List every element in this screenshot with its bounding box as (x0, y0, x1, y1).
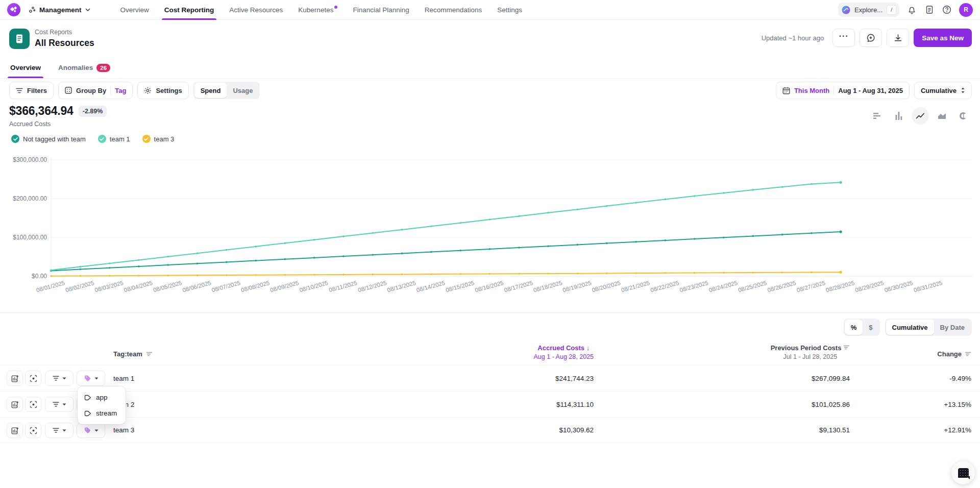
line-chart-button[interactable] (912, 107, 929, 125)
data-point (752, 235, 754, 237)
data-point (547, 246, 549, 248)
nav-item-recommendations[interactable]: Recommendations (417, 0, 490, 20)
help-button[interactable] (942, 5, 951, 15)
row-filter-dropdown[interactable] (45, 397, 74, 412)
row-tag-dropdown[interactable] (77, 423, 105, 438)
column-sublabel: Aug 1 - Aug 28, 2025 (534, 353, 594, 360)
cumulative-toggle-option[interactable]: Cumulative (886, 320, 934, 335)
legend-item-team1[interactable]: team 1 (98, 135, 130, 143)
column-header-change[interactable]: Change (937, 350, 971, 358)
y-axis-tick-label: $0.00 (32, 273, 47, 280)
data-point (694, 272, 696, 274)
nav-item-cost-reporting[interactable]: Cost Reporting (157, 0, 222, 20)
donut-chart-button[interactable] (954, 107, 972, 125)
data-point (635, 241, 637, 243)
bar-horizontal-chart-button[interactable] (869, 107, 886, 125)
topnav-right-cluster: Explore... / R (838, 3, 973, 17)
filters-button[interactable]: Filters (9, 82, 54, 99)
spend-toggle-option[interactable]: Spend (194, 83, 227, 98)
filter-icon (16, 88, 23, 93)
column-label: Previous Period Costs (771, 344, 850, 352)
cost-delta-badge: -2.89% (79, 106, 107, 117)
percent-toggle-option[interactable]: % (845, 320, 863, 335)
nav-item-kubernetes[interactable]: Kubernetes (290, 0, 345, 20)
chart-add-icon (11, 375, 19, 382)
report-tabs: Overview Anomalies 26 (0, 57, 980, 79)
comment-button[interactable] (860, 29, 882, 47)
add-to-report-button[interactable] (7, 397, 23, 412)
data-point (635, 202, 637, 204)
bar-vertical-chart-button[interactable] (890, 107, 908, 125)
percent-dollar-toggle: % $ (844, 319, 880, 336)
tag-menu-item-app[interactable]: app (78, 389, 126, 405)
column-header-accrued-costs[interactable]: Accrued Costs ↓ Aug 1 - Aug 28, 2025 (534, 344, 594, 360)
settings-button[interactable]: Settings (137, 82, 188, 99)
x-axis-tick-label: 08/14/2025 (416, 280, 446, 293)
nav-item-settings[interactable]: Settings (489, 0, 530, 20)
data-point (284, 242, 286, 245)
add-to-report-button[interactable] (7, 423, 23, 438)
nav-item-active-resources[interactable]: Active Resources (222, 0, 290, 20)
workspace-switcher[interactable]: Management (29, 6, 90, 14)
download-button[interactable] (887, 29, 909, 47)
x-axis-tick-label: 08/09/2025 (270, 280, 300, 293)
data-point (50, 275, 52, 277)
data-point (606, 273, 608, 275)
previous-cost-cell: $9,130.51 (819, 418, 850, 443)
area-chart-button[interactable] (933, 107, 950, 125)
column-header-tag-team[interactable]: Tag:team (113, 350, 153, 358)
vantage-logo[interactable] (7, 3, 20, 16)
usage-toggle-option[interactable]: Usage (227, 83, 259, 98)
cost-line-chart[interactable]: $0.00$100,000.00$200,000.00$300,000.0008… (0, 150, 980, 305)
notifications-bell-button[interactable] (907, 5, 917, 15)
group-by-button[interactable]: Group By Tag (58, 82, 133, 99)
date-range-button[interactable]: This Month Aug 1 - Aug 31, 2025 (776, 82, 910, 99)
data-point (430, 226, 432, 228)
tag-menu-item-stream[interactable]: stream (78, 405, 126, 421)
nav-item-overview[interactable]: Overview (113, 0, 157, 20)
add-to-report-button[interactable] (7, 371, 23, 386)
drill-in-button[interactable] (25, 423, 41, 438)
data-point (518, 247, 520, 249)
data-point (197, 263, 199, 265)
aggregation-select[interactable]: Cumulative (914, 82, 972, 99)
row-tag-dropdown[interactable] (77, 371, 105, 386)
drill-in-button[interactable] (25, 397, 41, 412)
column-header-previous-period[interactable]: Previous Period Costs Jul 1 - Jul 28, 20… (771, 344, 850, 360)
dollar-toggle-option[interactable]: $ (863, 320, 878, 335)
legend-check-icon (11, 135, 19, 143)
changelog-button[interactable] (924, 5, 934, 15)
data-point (577, 273, 579, 275)
by-date-toggle-option[interactable]: By Date (934, 320, 971, 335)
legend-item-not-tagged[interactable]: Not tagged with team (11, 135, 86, 143)
row-filter-dropdown[interactable] (45, 423, 74, 438)
data-point (840, 271, 842, 274)
chart-add-icon (11, 427, 19, 434)
save-as-new-button[interactable]: Save as New (914, 29, 972, 47)
data-point (459, 273, 461, 275)
row-filter-dropdown[interactable] (45, 371, 74, 386)
avatar[interactable]: R (959, 3, 973, 17)
data-point (430, 251, 432, 253)
tab-label: Overview (10, 64, 41, 71)
data-point (781, 186, 783, 188)
tab-anomalies[interactable]: Anomalies 26 (57, 57, 111, 78)
x-axis-tick-label: 08/29/2025 (854, 280, 885, 293)
data-point (518, 215, 520, 217)
breadcrumb[interactable]: Cost Reports (35, 29, 72, 36)
explore-search-button[interactable]: Explore... / (838, 3, 899, 17)
more-actions-button[interactable]: ··· (832, 29, 855, 47)
legend-item-team3[interactable]: team 3 (142, 135, 175, 143)
tag-dropdown-menu: app stream (78, 386, 126, 424)
comment-add-icon (866, 33, 875, 42)
support-chat-widget-button[interactable] (951, 461, 975, 484)
drill-in-button[interactable] (25, 371, 41, 386)
tag-icon (84, 375, 91, 382)
nav-item-financial-planning[interactable]: Financial Planning (345, 0, 416, 20)
data-point (109, 275, 111, 277)
donut-chart-icon (959, 112, 967, 120)
column-label: Change (937, 350, 962, 358)
tab-overview[interactable]: Overview (9, 57, 42, 78)
data-point (459, 250, 461, 252)
data-point (577, 208, 579, 210)
